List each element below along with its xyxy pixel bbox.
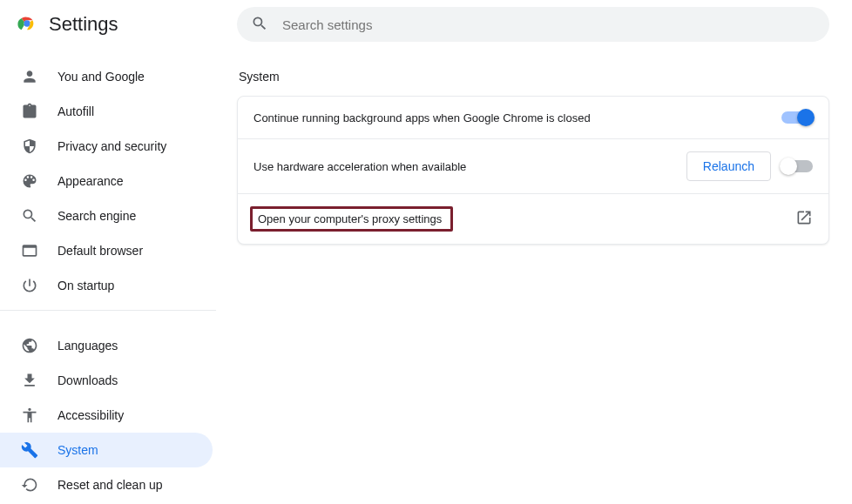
main-content: System Continue running background apps … xyxy=(223,0,852,504)
sidebar-item-default-browser[interactable]: Default browser xyxy=(0,233,213,268)
search-icon xyxy=(21,207,38,225)
sidebar-header: Settings xyxy=(0,0,223,49)
relaunch-button[interactable]: Relaunch xyxy=(686,151,771,181)
row-label: Use hardware acceleration when available xyxy=(254,160,676,173)
nav-label: System xyxy=(57,443,98,457)
nav-label: Languages xyxy=(57,339,118,353)
sidebar-item-appearance[interactable]: Appearance xyxy=(0,164,213,198)
wrench-icon xyxy=(21,441,38,459)
sidebar: Settings You and Google Autofill Privacy… xyxy=(0,0,223,504)
search-icon xyxy=(251,15,268,35)
nav-label: Search engine xyxy=(57,209,136,223)
nav-label: On startup xyxy=(57,279,114,292)
sidebar-item-system[interactable]: System xyxy=(0,433,213,467)
row-background-apps[interactable]: Continue running background apps when Go… xyxy=(238,97,828,138)
sidebar-item-accessibility[interactable]: Accessibility xyxy=(0,398,213,433)
nav-label: Downloads xyxy=(57,373,118,387)
sidebar-item-autofill[interactable]: Autofill xyxy=(0,94,213,129)
accessibility-icon xyxy=(21,407,38,424)
search-box[interactable] xyxy=(237,7,829,42)
nav-primary: You and Google Autofill Privacy and secu… xyxy=(0,49,223,303)
chrome-logo-icon xyxy=(17,14,37,36)
globe-icon xyxy=(21,337,38,354)
power-icon xyxy=(21,277,38,294)
clipboard-icon xyxy=(21,103,38,120)
sidebar-item-you-and-google[interactable]: You and Google xyxy=(0,59,213,94)
search-input[interactable] xyxy=(282,17,815,32)
nav-divider xyxy=(0,310,216,311)
download-icon xyxy=(21,372,38,389)
nav-secondary: Languages Downloads Accessibility System… xyxy=(0,318,223,502)
toggle-background-apps[interactable] xyxy=(781,111,813,124)
person-icon xyxy=(21,68,38,85)
row-hardware-accel[interactable]: Use hardware acceleration when available… xyxy=(238,138,828,193)
nav-label: Default browser xyxy=(57,244,143,258)
row-label: Open your computer's proxy settings xyxy=(254,206,795,232)
sidebar-item-privacy[interactable]: Privacy and security xyxy=(0,129,213,164)
sidebar-item-search-engine[interactable]: Search engine xyxy=(0,198,213,233)
browser-icon xyxy=(21,242,38,259)
toggle-hardware-accel[interactable] xyxy=(781,160,813,172)
reset-icon xyxy=(21,476,38,494)
highlight-annotation: Open your computer's proxy settings xyxy=(250,206,453,232)
row-proxy-settings[interactable]: Open your computer's proxy settings xyxy=(238,193,828,244)
shield-icon xyxy=(21,138,38,155)
svg-point-1 xyxy=(24,21,30,26)
nav-label: Appearance xyxy=(57,174,124,188)
nav-label: Reset and clean up xyxy=(57,478,163,492)
section-title: System xyxy=(239,70,829,84)
system-card: Continue running background apps when Go… xyxy=(237,96,829,245)
nav-label: Privacy and security xyxy=(57,139,166,153)
palette-icon xyxy=(21,172,38,190)
page-title: Settings xyxy=(49,13,118,36)
sidebar-item-on-startup[interactable]: On startup xyxy=(0,268,213,303)
proxy-label: Open your computer's proxy settings xyxy=(253,212,442,225)
nav-label: Autofill xyxy=(57,104,94,118)
external-link-icon xyxy=(795,209,813,229)
sidebar-item-languages[interactable]: Languages xyxy=(0,328,213,363)
sidebar-item-reset[interactable]: Reset and clean up xyxy=(0,467,213,502)
row-label: Continue running background apps when Go… xyxy=(254,111,771,124)
sidebar-item-downloads[interactable]: Downloads xyxy=(0,363,213,398)
nav-label: You and Google xyxy=(57,70,145,84)
nav-label: Accessibility xyxy=(57,408,124,422)
